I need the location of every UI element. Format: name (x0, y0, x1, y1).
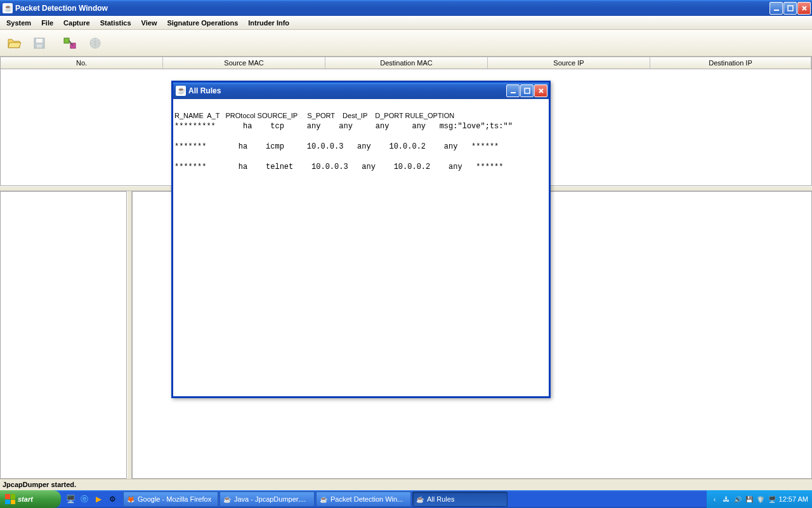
sub-window-title: All Rules (188, 86, 506, 95)
svg-rect-3 (36, 39, 43, 43)
tray-network-icon[interactable]: 🖧 (722, 495, 731, 504)
status-bar: JpcapDumper started. (0, 479, 812, 490)
start-button[interactable]: start (0, 490, 61, 508)
col-no[interactable]: No. (1, 57, 163, 69)
all-rules-window: All Rules R_NAME A_T PROtocol SOURCE_IP … (171, 81, 551, 398)
menu-system[interactable]: System (1, 18, 36, 28)
sub-title-bar[interactable]: All Rules (173, 83, 549, 99)
vertical-splitter[interactable] (127, 191, 132, 479)
sub-close-button[interactable] (534, 84, 547, 97)
rules-text-area[interactable]: R_NAME A_T PROtocol SOURCE_IP S_PORT Des… (173, 99, 549, 184)
start-label: start (18, 495, 33, 503)
menu-signature-operations[interactable]: Signature Operations (162, 18, 243, 28)
media-player-icon[interactable]: ▶ (93, 493, 104, 505)
network-devices-icon (62, 36, 77, 51)
svg-rect-9 (525, 88, 530, 93)
tray-chevron-icon[interactable]: ‹ (710, 495, 719, 504)
rule-row: ******* ha icmp 10.0.0.3 any 10.0.0.2 an… (174, 142, 499, 151)
main-title-bar: Packet Detection Window (0, 0, 812, 16)
app-launcher-icon[interactable]: ⚙ (107, 493, 118, 505)
svg-rect-8 (511, 92, 516, 93)
firefox-icon: 🦊 (126, 495, 135, 504)
quick-launch: 🖥️ ⓔ ▶ ⚙ (61, 493, 122, 505)
sub-window-controls (506, 84, 547, 97)
windows-logo-icon (5, 494, 15, 504)
clock[interactable]: 12:57 AM (779, 495, 808, 503)
taskbar-item-firefox[interactable]: 🦊 Google - Mozilla Firefox (123, 491, 218, 507)
globe-stop-icon (88, 36, 103, 51)
stop-button[interactable] (84, 32, 107, 55)
sub-maximize-button[interactable] (520, 84, 534, 97)
toolbar (0, 30, 812, 57)
ie-icon[interactable]: ⓔ (79, 493, 90, 505)
java-icon: ☕ (416, 495, 424, 504)
tray-volume-icon[interactable]: 🔊 (733, 495, 742, 504)
show-desktop-icon[interactable]: 🖥️ (65, 493, 76, 505)
system-tray: ‹ 🖧 🔊 💾 🛡️ 🖥️ 12:57 AM (707, 490, 812, 508)
menu-intruder-info[interactable]: Intruder Info (243, 18, 294, 28)
menu-capture[interactable]: Capture (58, 18, 95, 28)
taskbar-item-packet-detection[interactable]: ☕ Packet Detection Win... (316, 491, 411, 507)
status-text: JpcapDumper started. (3, 481, 76, 488)
toolbar-separator (53, 34, 56, 53)
floppy-disk-icon (32, 36, 47, 51)
open-button[interactable] (3, 32, 25, 55)
col-source-mac[interactable]: Source MAC (163, 57, 325, 69)
svg-rect-4 (37, 44, 42, 48)
taskbar-items: 🦊 Google - Mozilla Firefox ☕ Java - Jpca… (122, 491, 707, 507)
menu-statistics[interactable]: Statistics (95, 18, 136, 28)
maximize-button[interactable] (783, 2, 797, 15)
menu-file[interactable]: File (36, 18, 58, 28)
open-folder-icon (6, 36, 22, 51)
taskbar-item-label: Java - JpcapDumper.... (234, 495, 306, 503)
svg-rect-0 (774, 10, 779, 11)
rule-row: ******* ha telnet 10.0.0.3 any 10.0.0.2 … (174, 163, 503, 171)
tray-display-icon[interactable]: 🖥️ (768, 495, 776, 504)
taskbar-item-label: Packet Detection Win... (331, 495, 403, 503)
menu-view[interactable]: View (136, 18, 162, 28)
save-button[interactable] (28, 32, 51, 55)
menu-bar: System File Capture Statistics View Sign… (0, 16, 812, 30)
java-icon: ☕ (319, 495, 328, 504)
svg-rect-1 (788, 6, 793, 11)
windows-taskbar: start 🖥️ ⓔ ▶ ⚙ 🦊 Google - Mozilla Firefo… (0, 490, 812, 508)
tray-shield-icon[interactable]: 🛡️ (756, 495, 765, 504)
java-icon: ☕ (223, 495, 232, 504)
taskbar-item-label: Google - Mozilla Firefox (138, 495, 211, 503)
taskbar-item-label: All Rules (427, 495, 454, 503)
taskbar-item-java-dumper[interactable]: ☕ Java - JpcapDumper.... (219, 491, 315, 507)
col-source-ip[interactable]: Source IP (488, 57, 650, 69)
minimize-button[interactable] (769, 2, 783, 15)
window-controls (769, 2, 811, 15)
col-dest-mac[interactable]: Destination MAC (325, 57, 488, 69)
java-icon (3, 3, 13, 13)
col-dest-ip[interactable]: Destination IP (650, 57, 811, 69)
close-button[interactable] (797, 2, 811, 15)
tree-pane[interactable] (0, 191, 127, 479)
devices-button[interactable] (58, 32, 81, 55)
java-icon (176, 86, 186, 96)
taskbar-item-all-rules[interactable]: ☕ All Rules (412, 491, 508, 507)
svg-rect-5 (64, 38, 69, 43)
packet-table-header: No. Source MAC Destination MAC Source IP… (0, 57, 812, 69)
rule-row: ********* ha tcp any any any any msg:"lo… (174, 122, 513, 131)
sub-minimize-button[interactable] (506, 84, 520, 97)
rules-header-line: R_NAME A_T PROtocol SOURCE_IP S_PORT Des… (174, 112, 454, 119)
window-title: Packet Detection Window (15, 4, 769, 13)
tray-safely-remove-icon[interactable]: 💾 (745, 495, 754, 504)
